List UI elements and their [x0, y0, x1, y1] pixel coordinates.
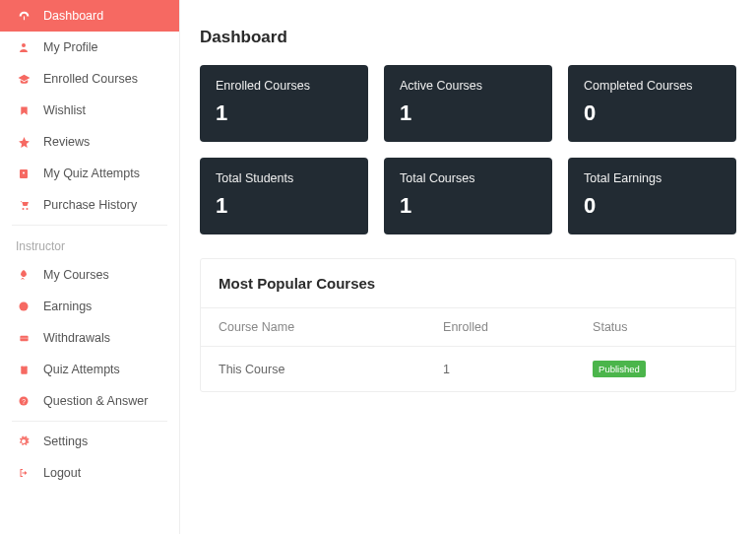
cart-icon	[16, 199, 32, 211]
col-enrolled: Enrolled	[425, 308, 575, 347]
stat-label: Total Students	[216, 171, 352, 185]
gear-icon	[16, 435, 32, 447]
stat-value: 1	[400, 193, 536, 219]
sidebar-item-label: Quiz Attempts	[43, 363, 163, 376]
stat-value: 0	[584, 193, 721, 219]
stat-label: Completed Courses	[584, 79, 721, 93]
col-status: Status	[575, 308, 735, 347]
wallet-icon	[16, 333, 32, 344]
sidebar-item-label: Enrolled Courses	[43, 72, 163, 86]
stat-label: Total Courses	[400, 171, 536, 185]
cell-course-name: This Course	[201, 347, 425, 392]
main-content: Dashboard Enrolled Courses 1 Active Cour…	[180, 0, 756, 534]
stat-label: Enrolled Courses	[216, 79, 352, 93]
sidebar-item-label: Purchase History	[43, 198, 163, 212]
sidebar-item-question-answer[interactable]: ? Question & Answer	[0, 385, 179, 417]
sidebar-item-label: My Quiz Attempts	[43, 167, 163, 180]
popular-courses-panel: Most Popular Courses Course Name Enrolle…	[200, 258, 736, 392]
svg-point-0	[22, 43, 26, 47]
clipboard-icon	[16, 364, 32, 376]
stat-total-earnings: Total Earnings 0	[568, 158, 736, 234]
svg-point-4	[26, 208, 28, 210]
table-row: This Course 1 Published	[201, 347, 735, 392]
stat-total-courses: Total Courses 1	[384, 158, 552, 234]
stat-enrolled-courses: Enrolled Courses 1	[200, 65, 368, 142]
stat-label: Total Earnings	[584, 171, 721, 185]
popular-courses-table: Course Name Enrolled Status This Course …	[201, 307, 735, 391]
stat-value: 1	[216, 193, 352, 219]
svg-text:?: ?	[22, 398, 26, 405]
stat-value: 1	[400, 100, 536, 126]
stat-value: 0	[584, 100, 721, 126]
stat-value: 1	[216, 100, 352, 126]
svg-rect-9	[22, 365, 26, 367]
sidebar-item-earnings[interactable]: Earnings	[0, 291, 179, 322]
sidebar-item-enrolled-courses[interactable]: Enrolled Courses	[0, 63, 179, 95]
dashboard-icon	[16, 10, 32, 23]
divider	[12, 225, 167, 226]
question-icon: ?	[16, 395, 32, 407]
cell-status: Published	[575, 347, 735, 392]
bookmark-icon	[16, 104, 32, 117]
svg-point-5	[20, 302, 29, 311]
svg-point-2	[23, 171, 25, 173]
sidebar-item-wishlist[interactable]: Wishlist	[0, 95, 179, 126]
stat-total-students: Total Students 1	[200, 158, 368, 234]
sidebar-item-my-profile[interactable]: My Profile	[0, 32, 179, 63]
sidebar-item-label: Settings	[43, 434, 163, 448]
stats-grid: Enrolled Courses 1 Active Courses 1 Comp…	[200, 65, 736, 234]
status-badge: Published	[593, 361, 646, 377]
logout-icon	[16, 467, 32, 479]
sidebar-item-label: Earnings	[43, 300, 163, 313]
sidebar-item-settings[interactable]: Settings	[0, 426, 179, 457]
sidebar-item-label: Wishlist	[43, 103, 163, 117]
stat-label: Active Courses	[400, 79, 536, 93]
sidebar-item-logout[interactable]: Logout	[0, 457, 179, 489]
sidebar-item-label: My Courses	[43, 268, 163, 282]
stat-completed-courses: Completed Courses 0	[568, 65, 736, 142]
quiz-icon	[16, 167, 32, 180]
sidebar-item-label: Question & Answer	[43, 394, 163, 408]
sidebar: Dashboard My Profile Enrolled Courses Wi…	[0, 0, 180, 534]
svg-point-3	[22, 208, 24, 210]
rocket-icon	[16, 269, 32, 281]
user-icon	[16, 41, 32, 53]
divider	[12, 421, 167, 422]
sidebar-item-label: Reviews	[43, 135, 163, 149]
stat-active-courses: Active Courses 1	[384, 65, 552, 142]
star-icon	[16, 136, 32, 149]
sidebar-item-label: Withdrawals	[43, 331, 163, 345]
coin-icon	[16, 300, 32, 312]
sidebar-item-dashboard[interactable]: Dashboard	[0, 0, 179, 32]
sidebar-item-my-quiz-attempts[interactable]: My Quiz Attempts	[0, 158, 179, 189]
col-course-name: Course Name	[201, 308, 425, 347]
sidebar-section-instructor: Instructor	[0, 230, 179, 259]
sidebar-item-purchase-history[interactable]: Purchase History	[0, 189, 179, 221]
sidebar-item-my-courses[interactable]: My Courses	[0, 259, 179, 291]
graduation-icon	[16, 73, 32, 86]
svg-rect-7	[20, 337, 28, 338]
sidebar-item-label: Logout	[43, 466, 163, 480]
sidebar-item-reviews[interactable]: Reviews	[0, 126, 179, 158]
cell-enrolled: 1	[425, 347, 575, 392]
sidebar-item-label: My Profile	[43, 40, 163, 54]
panel-title: Most Popular Courses	[201, 259, 735, 307]
sidebar-item-quiz-attempts[interactable]: Quiz Attempts	[0, 354, 179, 385]
sidebar-item-label: Dashboard	[43, 9, 163, 23]
svg-rect-8	[21, 366, 27, 373]
page-title: Dashboard	[200, 28, 736, 47]
sidebar-item-withdrawals[interactable]: Withdrawals	[0, 322, 179, 354]
